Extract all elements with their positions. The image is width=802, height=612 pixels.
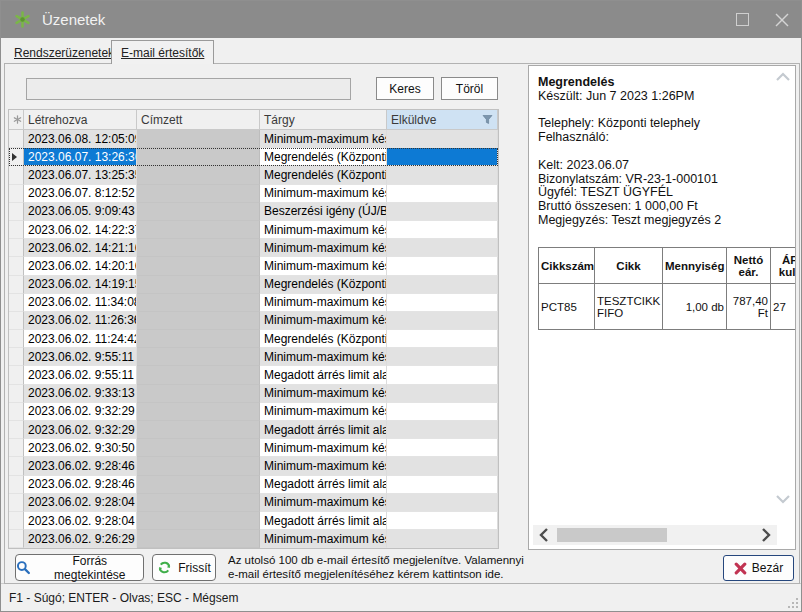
cell-created[interactable]: 2023.06.02. 14:19:15 bbox=[24, 276, 137, 294]
cell-recipient[interactable] bbox=[137, 348, 260, 366]
cell-sent[interactable] bbox=[387, 530, 498, 548]
row-indicator-cell[interactable] bbox=[9, 530, 24, 548]
table-row[interactable]: 2023.06.02. 14:22:37Minimum-maximum kész… bbox=[9, 221, 498, 239]
column-header-subject[interactable]: Tárgy bbox=[260, 110, 387, 130]
cell-recipient[interactable] bbox=[137, 439, 260, 457]
cell-created[interactable]: 2023.06.02. 11:34:08 bbox=[24, 294, 137, 312]
cell-subject[interactable]: Megadott árrés limit alatt bbox=[260, 366, 387, 384]
cell-sent[interactable] bbox=[387, 257, 498, 275]
table-row[interactable]: 2023.06.02. 9:28:04Minimum-maximum készl… bbox=[9, 494, 498, 512]
cell-recipient[interactable] bbox=[137, 512, 260, 530]
table-row[interactable]: 2023.06.07. 13:25:35Megrendelés (Központ… bbox=[9, 166, 498, 184]
cell-recipient[interactable] bbox=[137, 294, 260, 312]
cell-recipient[interactable] bbox=[137, 403, 260, 421]
cell-sent[interactable] bbox=[387, 239, 498, 257]
table-row[interactable]: 2023.06.02. 11:34:08Minimum-maximum kész… bbox=[9, 294, 498, 312]
tab-email-notifications[interactable]: E-mail értesítők bbox=[111, 40, 214, 64]
cell-created[interactable]: 2023.06.02. 9:28:04 bbox=[24, 494, 137, 512]
row-indicator-cell[interactable] bbox=[9, 366, 24, 384]
cell-sent[interactable] bbox=[387, 366, 498, 384]
horizontal-scrollbar[interactable] bbox=[533, 525, 777, 545]
cell-recipient[interactable] bbox=[137, 276, 260, 294]
cell-sent[interactable] bbox=[387, 312, 498, 330]
cell-created[interactable]: 2023.06.02. 9:32:29 bbox=[24, 421, 137, 439]
row-indicator-cell[interactable] bbox=[9, 421, 24, 439]
table-row[interactable]: 2023.06.02. 9:30:50Minimum-maximum készl… bbox=[9, 439, 498, 457]
cell-sent[interactable] bbox=[387, 476, 498, 494]
cell-sent[interactable] bbox=[387, 330, 498, 348]
cell-sent[interactable] bbox=[387, 185, 498, 203]
search-button[interactable]: Keres bbox=[376, 77, 434, 100]
cell-recipient[interactable] bbox=[137, 312, 260, 330]
scroll-left-icon[interactable] bbox=[539, 527, 549, 543]
cell-subject[interactable]: Minimum-maximum készle bbox=[260, 221, 387, 239]
row-indicator-cell[interactable] bbox=[9, 439, 24, 457]
cell-created[interactable]: 2023.06.02. 14:21:16 bbox=[24, 239, 137, 257]
cell-recipient[interactable] bbox=[137, 530, 260, 548]
row-indicator-cell[interactable] bbox=[9, 476, 24, 494]
row-indicator-cell[interactable] bbox=[9, 257, 24, 275]
cell-subject[interactable]: Minimum-maximum készle bbox=[260, 530, 387, 548]
cell-sent[interactable] bbox=[387, 512, 498, 530]
row-indicator-cell[interactable] bbox=[9, 403, 24, 421]
cell-recipient[interactable] bbox=[137, 385, 260, 403]
cell-sent[interactable] bbox=[387, 294, 498, 312]
row-indicator-cell[interactable] bbox=[9, 457, 24, 475]
cell-sent[interactable] bbox=[387, 276, 498, 294]
cell-subject[interactable]: Minimum-maximum készle bbox=[260, 439, 387, 457]
table-row[interactable]: 2023.06.02. 11:24:42Megrendelés (Központ… bbox=[9, 330, 498, 348]
row-indicator-cell[interactable] bbox=[9, 148, 24, 166]
table-row[interactable]: 2023.06.02. 9:55:11Minimum-maximum készl… bbox=[9, 348, 498, 366]
table-row[interactable]: 2023.06.07. 13:26:36Megrendelés (Központ… bbox=[9, 148, 498, 166]
tab-system-messages[interactable]: Rendszerüzenetek bbox=[5, 44, 123, 63]
cell-sent[interactable] bbox=[387, 494, 498, 512]
row-indicator-cell[interactable] bbox=[9, 385, 24, 403]
cell-sent[interactable] bbox=[387, 457, 498, 475]
cell-subject[interactable]: Minimum-maximum készle bbox=[260, 403, 387, 421]
resize-grip[interactable] bbox=[788, 598, 798, 608]
maximize-button[interactable] bbox=[729, 7, 755, 33]
table-row[interactable]: 2023.06.02. 9:28:04Megadott árrés limit … bbox=[9, 512, 498, 530]
scroll-down-icon[interactable] bbox=[775, 494, 791, 504]
cell-created[interactable]: 2023.06.07. 13:25:35 bbox=[24, 166, 137, 184]
cell-subject[interactable]: Minimum-maximum készle bbox=[260, 385, 387, 403]
cell-subject[interactable]: Minimum-maximum készle bbox=[260, 312, 387, 330]
cell-created[interactable]: 2023.06.07. 13:26:36 bbox=[24, 148, 137, 166]
cell-subject[interactable]: Minimum-maximum készle bbox=[260, 130, 387, 148]
row-indicator-cell[interactable] bbox=[9, 294, 24, 312]
cell-created[interactable]: 2023.06.08. 12:05:09 bbox=[24, 130, 137, 148]
table-row[interactable]: 2023.06.02. 9:32:29Megadott árrés limit … bbox=[9, 421, 498, 439]
cell-created[interactable]: 2023.06.02. 9:26:29 bbox=[24, 530, 137, 548]
cell-subject[interactable]: Megadott árrés limit alatt bbox=[260, 512, 387, 530]
row-indicator-cell[interactable] bbox=[9, 312, 24, 330]
table-row[interactable]: 2023.06.02. 9:55:11Megadott árrés limit … bbox=[9, 366, 498, 384]
cell-created[interactable]: 2023.06.02. 11:24:42 bbox=[24, 330, 137, 348]
row-indicator-cell[interactable] bbox=[9, 185, 24, 203]
cell-subject[interactable]: Minimum-maximum készle bbox=[260, 294, 387, 312]
row-indicator-cell[interactable] bbox=[9, 130, 24, 148]
row-indicator-cell[interactable] bbox=[9, 203, 24, 221]
cell-created[interactable]: 2023.06.05. 9:09:43 bbox=[24, 203, 137, 221]
clear-button[interactable]: Töröl bbox=[441, 77, 498, 100]
cell-created[interactable]: 2023.06.02. 14:20:16 bbox=[24, 257, 137, 275]
cell-subject[interactable]: Minimum-maximum készle bbox=[260, 257, 387, 275]
table-row[interactable]: 2023.06.02. 14:20:16Minimum-maximum kész… bbox=[9, 257, 498, 275]
table-row[interactable]: 2023.06.02. 14:21:16Minimum-maximum kész… bbox=[9, 239, 498, 257]
cell-subject[interactable]: Megrendelés (Központi te bbox=[260, 330, 387, 348]
scroll-right-icon[interactable] bbox=[761, 527, 771, 543]
cell-sent[interactable] bbox=[387, 166, 498, 184]
row-indicator-cell[interactable] bbox=[9, 239, 24, 257]
table-row[interactable]: 2023.06.08. 12:05:09Minimum-maximum kész… bbox=[9, 130, 498, 148]
cell-sent[interactable] bbox=[387, 148, 498, 166]
cell-sent[interactable] bbox=[387, 130, 498, 148]
row-indicator-cell[interactable] bbox=[9, 276, 24, 294]
cell-created[interactable]: 2023.06.07. 8:12:52 bbox=[24, 185, 137, 203]
cell-recipient[interactable] bbox=[137, 148, 260, 166]
cell-created[interactable]: 2023.06.02. 9:32:29 bbox=[24, 403, 137, 421]
cell-subject[interactable]: Megadott árrés limit alatt bbox=[260, 421, 387, 439]
cell-created[interactable]: 2023.06.02. 9:55:11 bbox=[24, 366, 137, 384]
table-row[interactable]: 2023.06.02. 11:26:36Minimum-maximum kész… bbox=[9, 312, 498, 330]
cell-recipient[interactable] bbox=[137, 421, 260, 439]
table-row[interactable]: 2023.06.02. 14:19:15Megrendelés (Központ… bbox=[9, 276, 498, 294]
cell-subject[interactable]: Minimum-maximum készle bbox=[260, 185, 387, 203]
